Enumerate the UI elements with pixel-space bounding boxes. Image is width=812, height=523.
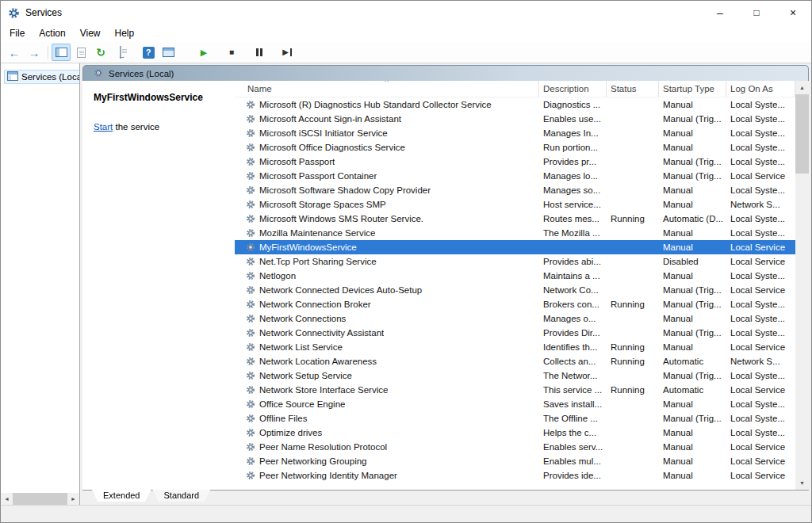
table-row[interactable]: Microsoft Software Shadow Copy Provider …: [235, 183, 795, 197]
start-service-link[interactable]: Start: [94, 122, 113, 132]
service-startup-type: Manual (Trig...: [659, 169, 726, 183]
service-status: [607, 368, 659, 383]
service-gear-icon: [246, 300, 255, 309]
minimize-button[interactable]: –: [702, 1, 738, 25]
table-row[interactable]: Microsoft Storage Spaces SMP Host servic…: [235, 197, 795, 212]
service-name: Mozilla Maintenance Service: [259, 228, 375, 238]
pause-service-button[interactable]: [250, 44, 269, 61]
service-startup-type: Manual: [659, 454, 726, 468]
service-log-on-as: Local Syste...: [726, 97, 795, 112]
menu-item-action[interactable]: Action: [32, 26, 72, 40]
content-area: Services (Local) ◄ ► Services (Local): [1, 63, 811, 505]
tab-standard[interactable]: Standard: [152, 490, 210, 502]
table-row[interactable]: Network Connectivity Assistant Provides …: [235, 326, 795, 340]
table-row[interactable]: MyFirstWindowsService Manual Local Servi…: [235, 240, 795, 254]
service-name: Peer Name Resolution Protocol: [259, 442, 387, 452]
table-row[interactable]: Peer Networking Identity Manager Provide…: [235, 468, 795, 483]
restart-service-button[interactable]: ▶: [278, 44, 297, 61]
column-header-name[interactable]: ^ Name: [235, 81, 539, 97]
table-row[interactable]: Network Connected Devices Auto-Setup Net…: [235, 283, 795, 297]
table-row[interactable]: Offline Files The Offline ... Manual (Tr…: [235, 411, 795, 426]
title-bar: Services – □ ×: [1, 1, 811, 25]
service-description: Manages so...: [539, 183, 607, 197]
service-gear-icon: [246, 100, 255, 109]
table-row[interactable]: Network Connection Broker Brokers con...…: [235, 297, 795, 311]
service-startup-type: Automatic: [659, 354, 726, 368]
service-startup-type: Manual: [659, 197, 726, 212]
service-log-on-as: Local Service: [726, 440, 795, 454]
service-name: Microsoft Software Shadow Copy Provider: [259, 185, 431, 195]
service-description: Enables serv...: [539, 440, 607, 454]
column-header-description[interactable]: Description: [539, 81, 607, 97]
table-row[interactable]: Network Store Interface Service This ser…: [235, 383, 795, 397]
horizontal-scrollbar-thumb[interactable]: [13, 493, 67, 505]
help-window-button[interactable]: [159, 44, 178, 61]
table-row[interactable]: Microsoft Passport Provides pr... Manual…: [235, 155, 795, 169]
service-gear-icon: [246, 428, 255, 437]
table-row[interactable]: Microsoft Windows SMS Router Service. Ro…: [235, 212, 795, 226]
properties-button[interactable]: [71, 44, 90, 61]
table-row[interactable]: Network Connections Manages o... Manual …: [235, 311, 795, 326]
table-row[interactable]: Net.Tcp Port Sharing Service Provides ab…: [235, 254, 795, 269]
column-header-status[interactable]: Status: [607, 81, 659, 97]
service-name: Microsoft (R) Diagnostics Hub Standard C…: [259, 100, 492, 109]
service-action-text: Start the service: [94, 122, 227, 132]
tab-extended[interactable]: Extended: [92, 490, 151, 502]
export-list-button[interactable]: →: [111, 44, 130, 61]
close-button[interactable]: ×: [775, 1, 811, 25]
service-name: Microsoft iSCSI Initiator Service: [259, 128, 388, 138]
status-bar: [1, 505, 811, 522]
table-row[interactable]: Network List Service Identifies th... Ru…: [235, 340, 795, 354]
service-startup-type: Manual: [659, 340, 726, 354]
window-title: Services: [25, 7, 62, 18]
table-row[interactable]: Optimize drives Helps the c... Manual Lo…: [235, 426, 795, 440]
column-header-startup-type[interactable]: Startup Type: [659, 81, 726, 97]
service-description: Diagnostics ...: [539, 97, 607, 112]
tree-item-services-local[interactable]: Services (Local): [4, 70, 80, 84]
table-row[interactable]: Microsoft iSCSI Initiator Service Manage…: [235, 126, 795, 140]
forward-button[interactable]: →: [25, 44, 44, 61]
forward-arrow-icon: →: [29, 47, 40, 59]
menu-item-file[interactable]: File: [2, 26, 32, 40]
service-gear-icon: [246, 185, 255, 195]
column-header-log-on-as[interactable]: Log On As: [726, 81, 795, 97]
vertical-scrollbar-thumb[interactable]: [795, 94, 809, 174]
table-row[interactable]: Microsoft Office Diagnostics Service Run…: [235, 140, 795, 155]
service-gear-icon: [246, 257, 255, 266]
service-log-on-as: Local Syste...: [726, 155, 795, 169]
scroll-down-button[interactable]: ▼: [795, 476, 809, 490]
scroll-up-button[interactable]: ▲: [795, 81, 809, 94]
service-startup-type: Manual: [659, 397, 726, 411]
table-row[interactable]: Network Location Awareness Collects an..…: [235, 354, 795, 368]
table-row[interactable]: Office Source Engine Saves install... Ma…: [235, 397, 795, 411]
table-row[interactable]: Peer Name Resolution Protocol Enables se…: [235, 440, 795, 454]
back-button[interactable]: ←: [5, 44, 24, 61]
scroll-left-button[interactable]: ◄: [1, 493, 13, 505]
restart-bar-icon: [290, 48, 292, 56]
scroll-right-button[interactable]: ►: [67, 493, 79, 505]
help-button[interactable]: ?: [139, 44, 158, 61]
table-row[interactable]: Mozilla Maintenance Service The Mozilla …: [235, 226, 795, 240]
start-service-button[interactable]: ▶: [194, 44, 213, 61]
service-log-on-as: Local Service: [726, 283, 795, 297]
service-startup-type: Manual (Trig...: [659, 368, 726, 383]
table-row[interactable]: Network Setup Service The Networ... Manu…: [235, 368, 795, 383]
maximize-button[interactable]: □: [738, 1, 775, 25]
vertical-scrollbar[interactable]: ▲ ▼: [795, 81, 809, 490]
service-gear-icon: [246, 357, 255, 366]
tree-horizontal-scrollbar[interactable]: ◄ ►: [1, 493, 79, 505]
service-description: Enables mul...: [539, 454, 607, 468]
stop-service-button[interactable]: ■: [222, 44, 241, 61]
show-hide-console-tree-button[interactable]: [52, 44, 71, 61]
menu-item-help[interactable]: Help: [108, 26, 142, 40]
service-name: Network Connectivity Assistant: [259, 328, 384, 338]
menu-item-view[interactable]: View: [73, 26, 108, 40]
table-row[interactable]: Peer Networking Grouping Enables mul... …: [235, 454, 795, 468]
service-log-on-as: Local Syste...: [726, 311, 795, 326]
services-table: ^ Name Description Status Startup Type L…: [235, 81, 809, 490]
table-row[interactable]: Netlogon Maintains a ... Manual Local Sy…: [235, 269, 795, 283]
refresh-button[interactable]: ↻: [91, 44, 110, 61]
table-row[interactable]: Microsoft Passport Container Manages lo.…: [235, 169, 795, 183]
table-row[interactable]: Microsoft Account Sign-in Assistant Enab…: [235, 112, 795, 126]
table-row[interactable]: Microsoft (R) Diagnostics Hub Standard C…: [235, 97, 795, 112]
